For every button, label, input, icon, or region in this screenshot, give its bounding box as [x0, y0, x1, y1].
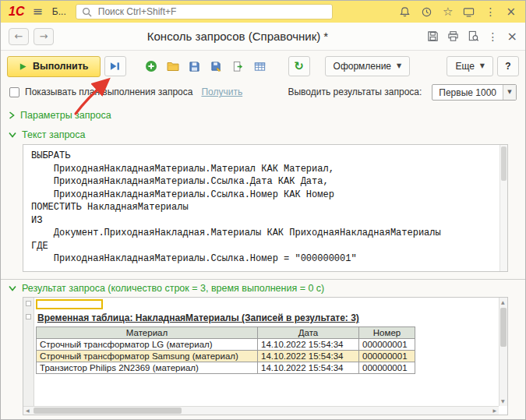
- section-label: Текст запроса: [22, 129, 86, 140]
- section-query-text[interactable]: Текст запроса: [1, 125, 525, 144]
- result-row[interactable]: Транзистор Philips 2N2369 (материал) 14.…: [37, 362, 415, 374]
- column-header-number[interactable]: Номер: [359, 327, 415, 339]
- result-vertical-scrollbar[interactable]: ▲ ▼: [499, 298, 507, 406]
- save-button[interactable]: [427, 30, 439, 42]
- combo-dropdown-button[interactable]: ▼: [503, 85, 516, 100]
- floppy-icon: [427, 30, 439, 42]
- command-bar: Выполнить: [1, 51, 525, 82]
- topbar-menu-button[interactable]: ⋮: [485, 6, 496, 17]
- arrow-left-icon: ←: [15, 31, 23, 41]
- star-icon: ☆: [443, 6, 453, 18]
- show-plan-label: Показывать план выполнения запроса: [25, 86, 192, 97]
- main-menu-button[interactable]: ≡: [32, 5, 42, 18]
- service-menu-button[interactable]: [463, 6, 475, 18]
- plus-circle-icon: [145, 60, 157, 72]
- search-input[interactable]: [97, 5, 327, 18]
- add-query-button[interactable]: [141, 56, 161, 76]
- chevron-down-icon: ▼: [480, 63, 485, 69]
- preview-icon: [468, 30, 479, 42]
- export-result-button[interactable]: [228, 56, 249, 76]
- refresh-button[interactable]: ↻: [288, 56, 310, 76]
- forward-button[interactable]: →: [34, 28, 54, 45]
- result-cell[interactable]: Транзистор Philips 2N2369 (материал): [37, 362, 258, 374]
- scroll-down-icon[interactable]: ▼: [501, 399, 505, 404]
- print-button[interactable]: [447, 30, 459, 42]
- row-marker: [26, 301, 31, 306]
- scrollbar-thumb[interactable]: [501, 146, 507, 181]
- notifications-button[interactable]: [399, 6, 411, 18]
- favorites-button[interactable]: ☆: [443, 6, 453, 18]
- result-cell[interactable]: 000000001: [359, 362, 415, 374]
- close-icon: ×: [506, 6, 516, 18]
- output-results-label: Выводить результаты запроса:: [288, 86, 422, 97]
- search-icon: [82, 7, 92, 17]
- result-cell[interactable]: 14.10.2022 15:54:34: [258, 362, 359, 374]
- open-file-button[interactable]: [163, 56, 183, 76]
- step-execute-button[interactable]: [104, 56, 126, 76]
- save-as-button[interactable]: [207, 56, 227, 76]
- window-tab[interactable]: Б...: [51, 6, 68, 17]
- chevron-down-icon: [9, 285, 16, 291]
- topbar-close-button[interactable]: ×: [506, 6, 516, 18]
- query-text[interactable]: ВЫБРАТЬ ПриходнаяНакладнаяМатериалы.Мате…: [23, 145, 507, 270]
- design-button[interactable]: Оформление ▼: [325, 56, 411, 76]
- temp-table-title: Временная таблица: НакладнаяМатериалы (З…: [37, 312, 359, 323]
- bell-icon: [399, 6, 411, 18]
- query-vertical-scrollbar[interactable]: [500, 145, 507, 271]
- query-result-splitter[interactable]: [1, 272, 525, 280]
- scroll-right-icon[interactable]: ▶: [492, 408, 496, 413]
- folder-icon: [167, 61, 179, 72]
- result-row[interactable]: Строчный трансформатор LG (материал) 14.…: [37, 339, 415, 351]
- section-query-parameters[interactable]: Параметры запроса: [1, 102, 525, 125]
- scrollbar-thumb[interactable]: [500, 308, 507, 347]
- save-file-button[interactable]: [185, 56, 205, 76]
- output-count-combobox[interactable]: Первые 1000 ▼: [432, 84, 517, 101]
- scrollbar-thumb[interactable]: [34, 408, 182, 414]
- arrow-right-icon: →: [40, 31, 48, 41]
- close-form-button[interactable]: ×: [507, 30, 517, 43]
- play-icon: [19, 62, 27, 71]
- show-plan-checkbox[interactable]: [9, 87, 19, 97]
- result-cell[interactable]: 000000001: [359, 351, 415, 362]
- column-header-date[interactable]: Дата: [258, 327, 359, 339]
- section-label: Результат запроса (количество строк = 3,…: [22, 283, 324, 294]
- result-cell[interactable]: Строчный трансформатор Samsung (материал…: [37, 351, 258, 362]
- grid-row-gutter: [23, 298, 34, 406]
- form-titlebar: ← → Консоль запросов (Справочник) *: [1, 23, 525, 51]
- result-cell[interactable]: 000000001: [359, 339, 415, 351]
- preview-button[interactable]: [468, 30, 479, 42]
- show-result-table-button[interactable]: [250, 56, 270, 76]
- global-search[interactable]: [76, 4, 333, 19]
- printer-icon: [447, 30, 459, 42]
- result-row-selected[interactable]: Строчный трансформатор Samsung (материал…: [37, 351, 415, 362]
- query-editor[interactable]: ВЫБРАТЬ ПриходнаяНакладнаяМатериалы.Мате…: [23, 144, 508, 272]
- step-play-icon: [110, 62, 120, 71]
- more-button[interactable]: Еще ▼: [447, 56, 493, 76]
- result-cell[interactable]: 14.10.2022 15:54:34: [258, 351, 359, 362]
- page-title: Консоль запросов (Справочник) *: [79, 30, 397, 43]
- options-row: Показывать план выполнения запроса Получ…: [1, 82, 525, 102]
- result-horizontal-scrollbar[interactable]: ◀ ▶: [23, 406, 499, 415]
- history-button[interactable]: [421, 6, 432, 18]
- help-button[interactable]: ?: [497, 56, 519, 76]
- result-cell[interactable]: 14.10.2022 15:54:34: [258, 339, 359, 351]
- form-menu-button[interactable]: ⋮: [488, 31, 499, 42]
- chevron-right-icon: [9, 111, 15, 119]
- section-label: Параметры запроса: [20, 110, 111, 121]
- file-tool-group: [141, 56, 270, 76]
- scroll-up-icon[interactable]: ▲: [501, 300, 505, 305]
- result-grid: Временная таблица: НакладнаяМатериалы (З…: [23, 297, 508, 415]
- onec-logo: 1С: [9, 5, 24, 19]
- design-label: Оформление: [334, 61, 391, 72]
- section-query-result[interactable]: Результат запроса (количество строк = 3,…: [1, 280, 525, 297]
- back-button[interactable]: ←: [9, 28, 29, 45]
- execute-button[interactable]: Выполнить: [7, 56, 101, 77]
- result-cell[interactable]: Строчный трансформатор LG (материал): [37, 339, 258, 351]
- help-label: ?: [505, 61, 510, 72]
- chevron-down-icon: ▼: [397, 63, 401, 69]
- scroll-left-icon[interactable]: ◀: [26, 408, 30, 413]
- display-icon: [463, 6, 475, 18]
- column-header-material[interactable]: Материал: [37, 327, 258, 339]
- current-cell-indicator[interactable]: [36, 299, 103, 309]
- get-plan-link[interactable]: Получить: [201, 86, 242, 97]
